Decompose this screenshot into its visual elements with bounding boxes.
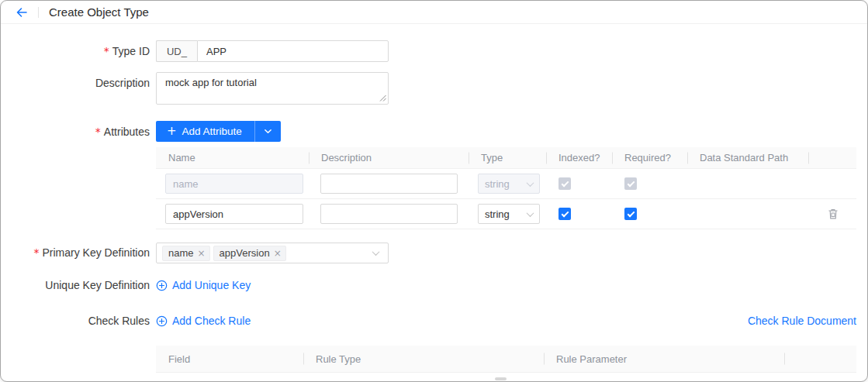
column-header-actions bbox=[808, 147, 856, 168]
attribute-type-select: string bbox=[478, 174, 540, 194]
required-asterisk: * bbox=[34, 246, 40, 259]
trash-icon bbox=[827, 208, 839, 220]
check-icon bbox=[627, 179, 635, 187]
column-header-data-standard-path: Data Standard Path bbox=[687, 147, 808, 168]
description-label: Description bbox=[1, 72, 150, 105]
attribute-description-input[interactable] bbox=[320, 174, 458, 194]
plus-icon: + bbox=[167, 126, 177, 137]
description-textarea[interactable]: mock app for tutorial bbox=[156, 72, 389, 105]
indexed-checkbox[interactable] bbox=[558, 208, 571, 220]
column-header-description: Description bbox=[309, 147, 469, 168]
add-attribute-dropdown-button[interactable] bbox=[255, 121, 281, 142]
column-header-type: Type bbox=[469, 147, 546, 168]
type-id-prefix-addon: UD_ bbox=[156, 40, 197, 62]
attributes-table: Name Description Type Indexed? Required?… bbox=[156, 147, 856, 229]
check-rules-row: Check Rules Add Check Rule Check Rule Do… bbox=[1, 313, 867, 329]
selected-tag: name × bbox=[162, 246, 210, 261]
add-unique-key-link[interactable]: Add Unique Key bbox=[156, 277, 251, 293]
column-header-name: Name bbox=[156, 147, 309, 168]
unique-key-label: Unique Key Definition bbox=[1, 277, 150, 293]
create-object-type-window: Create Object Type *Type ID UD_ Descript… bbox=[0, 0, 868, 382]
add-attribute-button-label: Add Attribute bbox=[182, 126, 242, 137]
plus-circle-icon bbox=[156, 280, 168, 291]
column-header-indexed: Indexed? bbox=[546, 147, 612, 168]
column-header-field: Field bbox=[156, 346, 303, 372]
attributes-row: *Attributes + Add Attribute bbox=[1, 121, 867, 229]
type-id-label: *Type ID bbox=[1, 40, 150, 62]
check-rules-label: Check Rules bbox=[1, 313, 150, 329]
page-title: Create Object Type bbox=[49, 5, 149, 19]
indexed-checkbox bbox=[558, 177, 571, 190]
plus-circle-icon bbox=[156, 315, 168, 327]
create-object-type-form: *Type ID UD_ Description mock app for tu… bbox=[1, 24, 867, 373]
column-header-rule-type: Rule Type bbox=[303, 346, 544, 372]
horizontal-scrollbar-thumb[interactable] bbox=[495, 377, 507, 380]
description-control: mock app for tutorial bbox=[156, 72, 389, 105]
required-checkbox bbox=[624, 177, 637, 190]
check-rules-table: Field Rule Type Rule Parameter bbox=[156, 346, 856, 373]
chevron-down-icon bbox=[264, 127, 272, 136]
header-divider bbox=[38, 7, 39, 18]
attributes-table-header: Name Description Type Indexed? Required?… bbox=[156, 147, 856, 169]
back-button[interactable] bbox=[16, 6, 28, 19]
selected-tag: appVersion × bbox=[213, 246, 286, 261]
attribute-type-select[interactable]: string bbox=[478, 204, 540, 224]
required-checkbox[interactable] bbox=[624, 208, 637, 220]
check-rules-table-header: Field Rule Type Rule Parameter bbox=[156, 346, 856, 373]
check-rules-table-row: Field Rule Type Rule Parameter bbox=[1, 346, 867, 373]
attribute-row-appversion: string bbox=[156, 199, 856, 229]
attribute-name-input bbox=[165, 174, 303, 194]
attributes-control: + Add Attribute Name Description bbox=[156, 121, 856, 229]
add-attribute-split-button: + Add Attribute bbox=[156, 121, 281, 142]
required-asterisk: * bbox=[95, 126, 101, 138]
check-rule-document-link[interactable]: Check Rule Document bbox=[748, 313, 856, 329]
primary-key-multiselect[interactable]: name × appVersion × bbox=[156, 243, 389, 263]
type-id-control: UD_ bbox=[156, 40, 389, 62]
check-icon bbox=[561, 209, 569, 217]
check-icon bbox=[627, 209, 635, 217]
type-id-row: *Type ID UD_ bbox=[1, 40, 867, 62]
remove-tag-icon[interactable]: × bbox=[198, 249, 206, 258]
primary-key-control: name × appVersion × bbox=[156, 243, 389, 263]
attribute-row-name: string bbox=[156, 169, 856, 199]
add-check-rule-link[interactable]: Add Check Rule bbox=[156, 313, 251, 329]
unique-key-row: Unique Key Definition Add Unique Key bbox=[1, 277, 867, 293]
remove-tag-icon[interactable]: × bbox=[274, 249, 282, 258]
chevron-down-icon bbox=[527, 209, 534, 217]
page-header: Create Object Type bbox=[1, 1, 867, 24]
check-icon bbox=[561, 179, 569, 187]
chevron-down-icon bbox=[372, 248, 380, 256]
attribute-name-input[interactable] bbox=[165, 204, 303, 224]
primary-key-row: *Primary Key Definition name × appVersio… bbox=[1, 243, 867, 263]
column-header-required: Required? bbox=[612, 147, 687, 168]
attribute-description-input[interactable] bbox=[320, 204, 458, 224]
type-id-input[interactable] bbox=[197, 40, 389, 62]
column-header-rule-parameter: Rule Parameter bbox=[544, 346, 784, 372]
chevron-down-icon bbox=[527, 179, 534, 187]
arrow-left-icon bbox=[16, 6, 28, 19]
required-asterisk: * bbox=[104, 45, 109, 57]
column-header-actions bbox=[784, 346, 856, 372]
add-attribute-button[interactable]: + Add Attribute bbox=[156, 121, 254, 142]
delete-attribute-button[interactable] bbox=[827, 208, 839, 220]
primary-key-label: *Primary Key Definition bbox=[1, 243, 150, 263]
description-row: Description mock app for tutorial bbox=[1, 72, 867, 105]
attributes-label: *Attributes bbox=[1, 121, 150, 229]
